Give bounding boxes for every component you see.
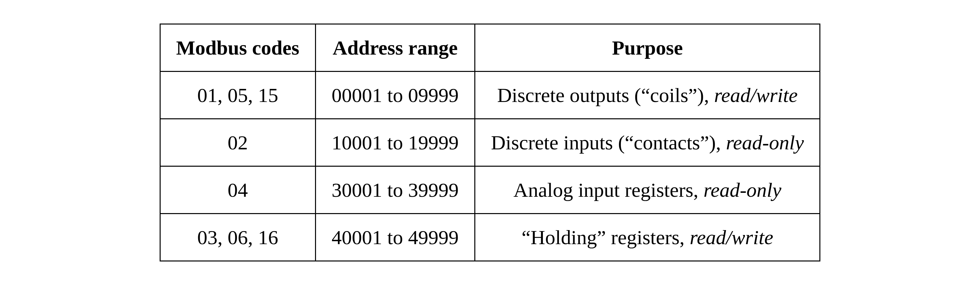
purpose-text: “Holding” registers, [522, 226, 690, 248]
purpose-text: Discrete outputs (“coils”), [497, 84, 714, 106]
purpose-access: read-only [726, 131, 804, 154]
table-row: 01, 05, 15 00001 to 09999 Discrete outpu… [160, 72, 820, 119]
cell-range: 10001 to 19999 [315, 119, 475, 167]
purpose-text: Discrete inputs (“contacts”), [491, 131, 726, 154]
table-row: 02 10001 to 19999 Discrete inputs (“cont… [160, 119, 820, 167]
table-row: 04 30001 to 39999 Analog input registers… [160, 167, 820, 214]
col-header-codes: Modbus codes [160, 24, 315, 72]
cell-codes: 01, 05, 15 [160, 72, 315, 119]
purpose-access: read/write [714, 84, 798, 106]
col-header-range: Address range [315, 24, 475, 72]
table-row: 03, 06, 16 40001 to 49999 “Holding” regi… [160, 214, 820, 261]
cell-codes: 03, 06, 16 [160, 214, 315, 261]
cell-purpose: Analog input registers, read-only [475, 167, 820, 214]
table-header-row: Modbus codes Address range Purpose [160, 24, 820, 72]
cell-purpose: Discrete outputs (“coils”), read/write [475, 72, 820, 119]
cell-codes: 02 [160, 119, 315, 167]
purpose-access: read/write [690, 226, 773, 248]
cell-range: 00001 to 09999 [315, 72, 475, 119]
col-header-purpose: Purpose [475, 24, 820, 72]
modbus-table: Modbus codes Address range Purpose 01, 0… [160, 24, 821, 261]
purpose-access: read-only [703, 179, 781, 201]
cell-purpose: “Holding” registers, read/write [475, 214, 820, 261]
cell-codes: 04 [160, 167, 315, 214]
cell-range: 40001 to 49999 [315, 214, 475, 261]
cell-purpose: Discrete inputs (“contacts”), read-only [475, 119, 820, 167]
purpose-text: Analog input registers, [514, 179, 703, 201]
cell-range: 30001 to 39999 [315, 167, 475, 214]
